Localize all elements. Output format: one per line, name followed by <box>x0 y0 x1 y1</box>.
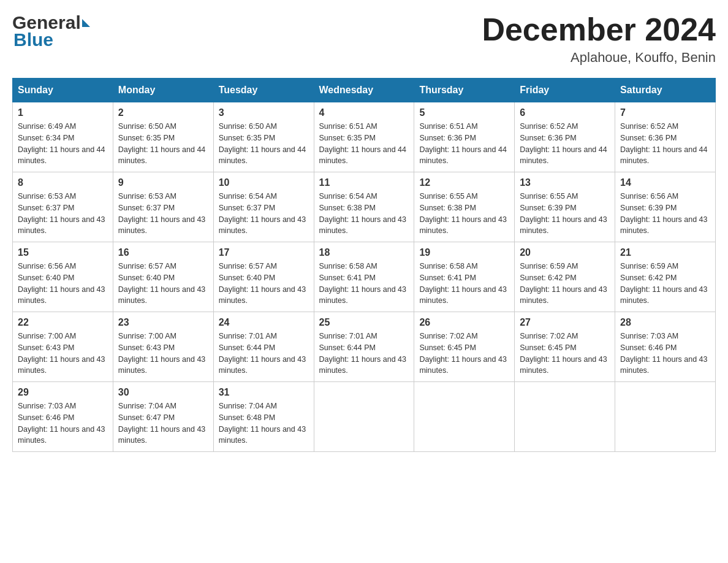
day-number: 17 <box>219 247 309 258</box>
day-number: 30 <box>118 387 208 398</box>
col-saturday: Saturday <box>615 79 716 102</box>
day-number: 19 <box>419 247 509 258</box>
day-number: 1 <box>18 107 108 118</box>
cell-w4-d7: 28Sunrise: 7:03 AMSunset: 6:46 PMDayligh… <box>615 312 716 382</box>
day-number: 18 <box>319 247 409 258</box>
day-number: 4 <box>319 107 409 118</box>
calendar-header-row: Sunday Monday Tuesday Wednesday Thursday… <box>13 79 716 102</box>
day-info: Sunrise: 7:01 AMSunset: 6:44 PMDaylight:… <box>219 331 309 377</box>
cell-w5-d2: 30Sunrise: 7:04 AMSunset: 6:47 PMDayligh… <box>113 382 213 452</box>
week-row-3: 15Sunrise: 6:56 AMSunset: 6:40 PMDayligh… <box>13 242 716 312</box>
col-monday: Monday <box>113 79 213 102</box>
day-info: Sunrise: 6:59 AMSunset: 6:42 PMDaylight:… <box>620 261 710 307</box>
day-info: Sunrise: 6:57 AMSunset: 6:40 PMDaylight:… <box>118 261 208 307</box>
day-info: Sunrise: 6:56 AMSunset: 6:39 PMDaylight:… <box>620 191 710 237</box>
day-info: Sunrise: 7:02 AMSunset: 6:45 PMDaylight:… <box>419 331 509 377</box>
cell-w5-d1: 29Sunrise: 7:03 AMSunset: 6:46 PMDayligh… <box>13 382 113 452</box>
day-number: 12 <box>419 177 509 188</box>
day-info: Sunrise: 6:54 AMSunset: 6:37 PMDaylight:… <box>219 191 309 237</box>
cell-w2-d2: 9Sunrise: 6:53 AMSunset: 6:37 PMDaylight… <box>113 172 213 242</box>
logo: General Blue <box>12 12 90 50</box>
title-area: December 2024 Aplahoue, Kouffo, Benin <box>482 12 716 66</box>
day-info: Sunrise: 7:04 AMSunset: 6:48 PMDaylight:… <box>219 400 309 446</box>
day-info: Sunrise: 7:00 AMSunset: 6:43 PMDaylight:… <box>18 331 108 377</box>
day-info: Sunrise: 6:55 AMSunset: 6:38 PMDaylight:… <box>419 191 509 237</box>
day-info: Sunrise: 6:58 AMSunset: 6:41 PMDaylight:… <box>319 261 409 307</box>
cell-w3-d7: 21Sunrise: 6:59 AMSunset: 6:42 PMDayligh… <box>615 242 716 312</box>
day-info: Sunrise: 6:58 AMSunset: 6:41 PMDaylight:… <box>419 261 509 307</box>
day-info: Sunrise: 6:57 AMSunset: 6:40 PMDaylight:… <box>219 261 309 307</box>
day-info: Sunrise: 7:01 AMSunset: 6:44 PMDaylight:… <box>319 331 409 377</box>
day-number: 24 <box>219 317 309 328</box>
day-info: Sunrise: 6:59 AMSunset: 6:42 PMDaylight:… <box>520 261 610 307</box>
week-row-5: 29Sunrise: 7:03 AMSunset: 6:46 PMDayligh… <box>13 382 716 452</box>
day-number: 6 <box>520 107 610 118</box>
day-info: Sunrise: 6:54 AMSunset: 6:38 PMDaylight:… <box>319 191 409 237</box>
cell-w3-d6: 20Sunrise: 6:59 AMSunset: 6:42 PMDayligh… <box>515 242 615 312</box>
header: General Blue December 2024 Aplahoue, Kou… <box>12 12 716 66</box>
cell-w4-d4: 25Sunrise: 7:01 AMSunset: 6:44 PMDayligh… <box>314 312 414 382</box>
cell-w2-d3: 10Sunrise: 6:54 AMSunset: 6:37 PMDayligh… <box>213 172 314 242</box>
week-row-1: 1Sunrise: 6:49 AMSunset: 6:34 PMDaylight… <box>13 102 716 172</box>
cell-w1-d5: 5Sunrise: 6:51 AMSunset: 6:36 PMDaylight… <box>414 102 515 172</box>
day-info: Sunrise: 6:49 AMSunset: 6:34 PMDaylight:… <box>18 121 108 167</box>
day-number: 8 <box>18 177 108 188</box>
cell-w1-d2: 2Sunrise: 6:50 AMSunset: 6:35 PMDaylight… <box>113 102 213 172</box>
day-number: 29 <box>18 387 108 398</box>
day-info: Sunrise: 6:50 AMSunset: 6:35 PMDaylight:… <box>118 121 208 167</box>
day-info: Sunrise: 6:56 AMSunset: 6:40 PMDaylight:… <box>18 261 108 307</box>
cell-w2-d4: 11Sunrise: 6:54 AMSunset: 6:38 PMDayligh… <box>314 172 414 242</box>
day-number: 28 <box>620 317 710 328</box>
day-number: 26 <box>419 317 509 328</box>
cell-w3-d5: 19Sunrise: 6:58 AMSunset: 6:41 PMDayligh… <box>414 242 515 312</box>
col-friday: Friday <box>515 79 615 102</box>
location-title: Aplahoue, Kouffo, Benin <box>482 50 716 66</box>
day-number: 15 <box>18 247 108 258</box>
cell-w4-d3: 24Sunrise: 7:01 AMSunset: 6:44 PMDayligh… <box>213 312 314 382</box>
day-info: Sunrise: 6:52 AMSunset: 6:36 PMDaylight:… <box>520 121 610 167</box>
week-row-4: 22Sunrise: 7:00 AMSunset: 6:43 PMDayligh… <box>13 312 716 382</box>
day-info: Sunrise: 6:50 AMSunset: 6:35 PMDaylight:… <box>219 121 309 167</box>
cell-w5-d3: 31Sunrise: 7:04 AMSunset: 6:48 PMDayligh… <box>213 382 314 452</box>
day-info: Sunrise: 7:03 AMSunset: 6:46 PMDaylight:… <box>620 331 710 377</box>
cell-w5-d7 <box>615 382 716 452</box>
day-number: 2 <box>118 107 208 118</box>
col-sunday: Sunday <box>13 79 113 102</box>
day-info: Sunrise: 6:53 AMSunset: 6:37 PMDaylight:… <box>118 191 208 237</box>
logo-triangle-icon <box>82 19 90 27</box>
day-number: 9 <box>118 177 208 188</box>
cell-w5-d4 <box>314 382 414 452</box>
cell-w1-d3: 3Sunrise: 6:50 AMSunset: 6:35 PMDaylight… <box>213 102 314 172</box>
day-info: Sunrise: 6:52 AMSunset: 6:36 PMDaylight:… <box>620 121 710 167</box>
col-thursday: Thursday <box>414 79 515 102</box>
day-info: Sunrise: 7:04 AMSunset: 6:47 PMDaylight:… <box>118 400 208 446</box>
cell-w4-d2: 23Sunrise: 7:00 AMSunset: 6:43 PMDayligh… <box>113 312 213 382</box>
day-number: 14 <box>620 177 710 188</box>
day-info: Sunrise: 6:55 AMSunset: 6:39 PMDaylight:… <box>520 191 610 237</box>
day-info: Sunrise: 7:02 AMSunset: 6:45 PMDaylight:… <box>520 331 610 377</box>
day-info: Sunrise: 6:51 AMSunset: 6:36 PMDaylight:… <box>419 121 509 167</box>
cell-w3-d3: 17Sunrise: 6:57 AMSunset: 6:40 PMDayligh… <box>213 242 314 312</box>
col-wednesday: Wednesday <box>314 79 414 102</box>
day-number: 13 <box>520 177 610 188</box>
cell-w3-d4: 18Sunrise: 6:58 AMSunset: 6:41 PMDayligh… <box>314 242 414 312</box>
cell-w1-d1: 1Sunrise: 6:49 AMSunset: 6:34 PMDaylight… <box>13 102 113 172</box>
day-number: 10 <box>219 177 309 188</box>
month-title: December 2024 <box>482 12 716 47</box>
cell-w2-d6: 13Sunrise: 6:55 AMSunset: 6:39 PMDayligh… <box>515 172 615 242</box>
day-number: 3 <box>219 107 309 118</box>
day-number: 16 <box>118 247 208 258</box>
day-number: 27 <box>520 317 610 328</box>
day-number: 11 <box>319 177 409 188</box>
cell-w1-d6: 6Sunrise: 6:52 AMSunset: 6:36 PMDaylight… <box>515 102 615 172</box>
day-info: Sunrise: 7:00 AMSunset: 6:43 PMDaylight:… <box>118 331 208 377</box>
day-number: 20 <box>520 247 610 258</box>
cell-w2-d1: 8Sunrise: 6:53 AMSunset: 6:37 PMDaylight… <box>13 172 113 242</box>
cell-w4-d1: 22Sunrise: 7:00 AMSunset: 6:43 PMDayligh… <box>13 312 113 382</box>
day-info: Sunrise: 7:03 AMSunset: 6:46 PMDaylight:… <box>18 400 108 446</box>
col-tuesday: Tuesday <box>213 79 314 102</box>
day-info: Sunrise: 6:53 AMSunset: 6:37 PMDaylight:… <box>18 191 108 237</box>
logo-blue-text: Blue <box>12 29 90 50</box>
cell-w4-d5: 26Sunrise: 7:02 AMSunset: 6:45 PMDayligh… <box>414 312 515 382</box>
day-number: 22 <box>18 317 108 328</box>
